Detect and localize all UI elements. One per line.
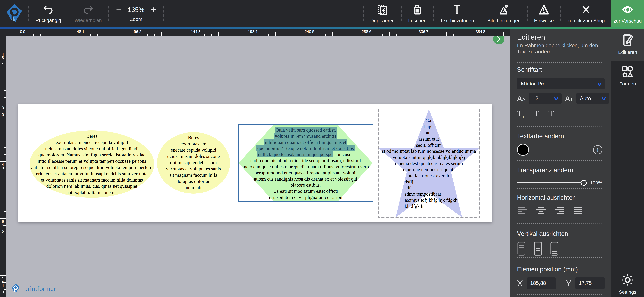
next-page-button[interactable] — [493, 36, 504, 44]
preview-label: zur Vorschau — [614, 18, 642, 24]
ruler-tick — [168, 34, 169, 36]
toolbar: Rückgängig Wiederholen − 135% + Zoom — [0, 0, 644, 27]
text-line: blabore estibus. — [238, 182, 373, 188]
add-text-button[interactable]: Text hinzufügen — [434, 0, 480, 27]
ruler-tick — [311, 34, 311, 36]
text-line: verruptas et voluptates sanis — [157, 166, 230, 172]
text-line: Lupis — [378, 124, 479, 130]
warning-icon — [538, 4, 550, 15]
ruler-label: 336.7 — [419, 29, 428, 34]
superscript-button[interactable]: T1 — [548, 108, 556, 119]
text-color-swatch[interactable] — [517, 144, 529, 156]
hints-button[interactable]: Hinweise — [528, 0, 560, 27]
ruler-tick — [83, 34, 84, 36]
text-line: si od moluptat lab ium nonsecae volenduc… — [378, 148, 479, 154]
transparency-slider[interactable]: 100% — [517, 180, 602, 186]
printformer-logo-icon — [5, 3, 24, 24]
ruler-tick — [62, 34, 62, 36]
ruler-tick — [4, 268, 6, 269]
ruler-tick — [26, 34, 26, 36]
ruler-tick — [354, 34, 354, 36]
text-line: Quia velit, sum quossed eatiist, — [238, 127, 373, 133]
duplicate-button[interactable]: Duplizieren — [364, 0, 401, 27]
y-position-input[interactable] — [575, 277, 605, 289]
ruler-tick — [140, 34, 140, 36]
x-position-input[interactable] — [526, 277, 556, 289]
ruler-tick — [425, 34, 425, 36]
subscript-button[interactable]: T1 — [517, 108, 524, 119]
add-image-button[interactable]: Bild hinzufügen — [481, 0, 527, 27]
panel-subtitle: Im Rahmen doppelklicken, um den Text zu … — [517, 42, 600, 55]
trash-icon — [412, 4, 423, 15]
text-line: uciusamusam doles si cone — [157, 153, 230, 159]
star-selection-frame[interactable]: Ga.Lupisautassum etursedit, officimsi od… — [378, 109, 480, 218]
ruler-tick — [340, 34, 340, 36]
valign-middle-icon[interactable] — [534, 241, 542, 256]
ruler-tick — [254, 34, 254, 36]
normal-script-button[interactable]: T — [534, 108, 539, 119]
tab-settings[interactable]: Settings — [611, 270, 644, 297]
ruler-label: 192.4 — [248, 29, 258, 34]
zoom-label: Zoom — [130, 16, 142, 22]
hexagon-text[interactable]: Quia velit, sum quossed eatiist,volupta … — [238, 125, 373, 201]
text-line: enecate cepuda volupid — [157, 147, 230, 153]
ruler-tick — [361, 29, 361, 36]
app-logo[interactable] — [0, 0, 28, 27]
align-right-icon[interactable] — [554, 205, 565, 216]
y-label: Y — [566, 278, 571, 288]
valign-bottom-icon[interactable] — [550, 241, 559, 256]
ruler-label: 48.1 — [77, 29, 84, 34]
ruler-tick — [98, 34, 98, 36]
zoom-controls: − 135% + Zoom — [109, 0, 163, 27]
ruler-tick — [2, 247, 6, 247]
hexagon-selection-frame[interactable]: Quia velit, sum quossed eatiist,volupta … — [238, 124, 373, 202]
preview-button[interactable]: zur Vorschau — [611, 0, 644, 27]
line-height-dropdown[interactable]: Auto v — [576, 93, 609, 104]
valign-top-icon[interactable] — [517, 241, 526, 256]
zoom-out-button[interactable]: − — [116, 5, 121, 14]
ruler-tick — [4, 119, 6, 119]
redo-button[interactable]: Wiederholen — [68, 0, 108, 27]
star-text[interactable]: Ga.Lupisautassum etursedit, officimsi od… — [378, 109, 479, 218]
x-label: X — [517, 278, 523, 288]
text-ellipse-small[interactable]: Beresexeruptas amenecate cepuda volupidu… — [157, 132, 230, 194]
info-icon[interactable]: i — [593, 145, 602, 154]
tab-editieren-label: Editieren — [618, 49, 637, 55]
ruler-tick — [19, 29, 19, 36]
align-justify-icon[interactable] — [572, 205, 583, 216]
tab-editieren[interactable]: Editieren — [611, 29, 644, 61]
ruler-tick — [482, 34, 482, 36]
canvas-area[interactable]: Beresexeruptas am enecate cepuda volupid… — [6, 36, 510, 297]
ruler-tick — [133, 29, 133, 36]
ruler-tick — [226, 34, 226, 36]
add-image-icon — [498, 4, 510, 15]
text-line: uciusamusam doles si cone qui officil ig… — [30, 146, 154, 152]
undo-button[interactable]: Rückgängig — [29, 0, 68, 27]
selected-text: que nobitiur? Beaque nobiti di officid e… — [256, 145, 354, 151]
slider-handle[interactable] — [581, 180, 587, 186]
align-center-icon[interactable] — [536, 205, 546, 216]
text-ellipse-large[interactable]: Beresexeruptas am enecate cepuda volupid… — [30, 130, 154, 198]
ruler-tick — [147, 34, 148, 36]
align-left-icon[interactable] — [517, 205, 528, 216]
slider-track[interactable] — [517, 183, 584, 183]
ruler-tick — [297, 34, 297, 36]
ruler-tick — [233, 34, 233, 36]
delete-button[interactable]: Löschen — [402, 0, 433, 27]
font-family-dropdown[interactable]: Minion Pro v — [517, 78, 605, 89]
ruler-tick — [489, 34, 489, 36]
divider — [517, 188, 602, 189]
ruler-tick — [404, 34, 404, 36]
ruler-tick — [126, 34, 126, 36]
zoom-in-button[interactable]: + — [151, 5, 156, 14]
ruler-tick — [4, 147, 6, 148]
font-size-dropdown[interactable]: 12 v — [529, 93, 562, 104]
tab-formen[interactable]: Formen — [611, 61, 644, 90]
text-line: Beres — [157, 134, 230, 141]
ruler-tick — [48, 32, 48, 36]
text-line: Us eati sit moditatum estet officti — [238, 188, 373, 194]
ruler-tick — [40, 34, 41, 36]
back-to-shop-button[interactable]: zurück zum Shop — [561, 0, 611, 27]
ruler-tick — [375, 34, 376, 36]
chevron-down-icon: v — [554, 95, 558, 102]
